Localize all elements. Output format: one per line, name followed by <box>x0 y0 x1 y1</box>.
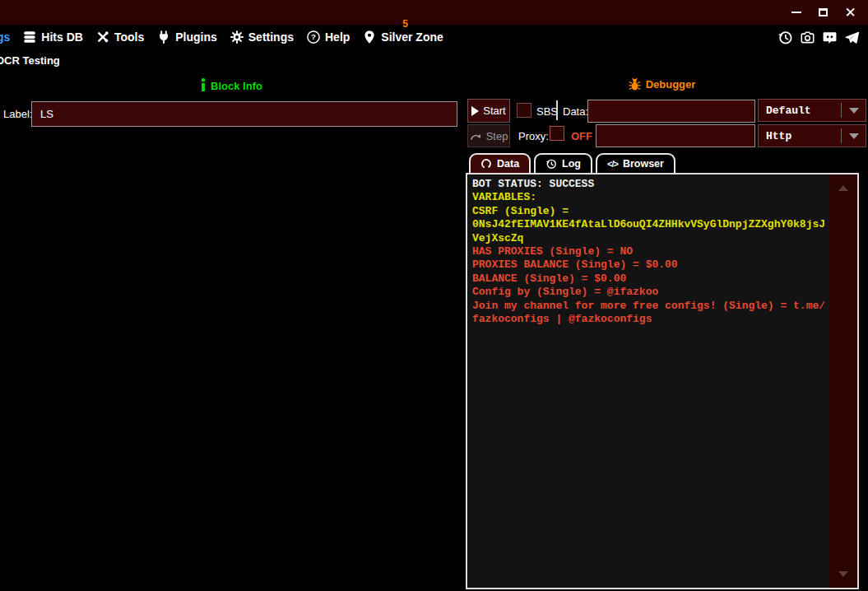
wordlist-type-dropdown[interactable]: Default <box>758 99 866 122</box>
proxy-checkbox[interactable] <box>550 126 564 141</box>
console-line: VARIABLES: <box>472 191 824 204</box>
maximize-button[interactable] <box>810 0 837 25</box>
divider <box>556 100 558 120</box>
menu-item-plugins[interactable]: Plugins <box>156 30 217 44</box>
console-line: HAS PROXIES (Single) = NO <box>472 245 824 258</box>
window-controls: ✕ <box>782 0 864 25</box>
scroll-down-icon[interactable] <box>838 571 848 577</box>
power-circle-icon <box>480 158 492 170</box>
view-tabs: Data Log </> Browser <box>469 153 675 173</box>
menu-item-label: Hits DB <box>41 30 83 44</box>
tab-label: Browser <box>623 158 664 170</box>
debugger-console: BOT STATUS: SUCCESSVARIABLES:CSRF (Singl… <box>466 173 859 589</box>
telegram-icon[interactable] <box>844 30 860 45</box>
block-info-title-label: Block Info <box>211 80 262 92</box>
chevron-down-icon <box>849 108 859 114</box>
debugger-title-label: Debugger <box>646 78 696 91</box>
sbs-checkbox[interactable] <box>517 103 531 118</box>
label-input[interactable] <box>31 101 457 127</box>
tab-data[interactable]: Data <box>469 153 531 173</box>
dropdown-arrow-box <box>842 108 866 114</box>
console-output: BOT STATUS: SUCCESSVARIABLES:CSRF (Singl… <box>472 178 824 584</box>
proxy-type-dropdown[interactable]: Http <box>758 124 866 147</box>
menu-item-label: Tools <box>114 30 144 44</box>
titlebar: ✕ <box>0 0 868 25</box>
step-arrow-icon <box>470 131 482 142</box>
menu-item-label: gs <box>0 30 10 44</box>
console-line: PROXIES BALANCE (Single) = $0.00 <box>472 258 824 272</box>
tab-label: Log <box>562 158 581 170</box>
start-button[interactable]: Start <box>467 99 510 123</box>
history-clock-icon[interactable] <box>777 30 793 45</box>
menu-item-settings[interactable]: Settings <box>230 30 294 44</box>
menu-item-label: Silver Zone <box>381 30 443 44</box>
menu-item-label: Plugins <box>175 30 217 44</box>
console-line: Join my channel for more free configs! (… <box>472 300 824 313</box>
data-label: Data: <box>563 105 588 118</box>
svg-text:?: ? <box>311 32 316 41</box>
plug-icon <box>156 30 171 44</box>
database-icon <box>22 30 37 44</box>
proxy-label: Proxy: <box>518 130 549 142</box>
console-line: BALANCE (Single) = $0.00 <box>472 272 824 286</box>
close-button[interactable]: ✕ <box>837 0 864 25</box>
minimize-button[interactable] <box>782 0 810 25</box>
label-caption: Label: <box>3 108 32 120</box>
console-line: 0NsJ42fEIMAV1KE4fAtaLlD6ouQI4ZHHkvVSyGlD… <box>472 218 824 231</box>
console-line: fazkoconfigs | @fazkoconfigs <box>472 313 824 326</box>
play-icon <box>471 106 479 116</box>
data-input[interactable] <box>587 100 755 123</box>
menu-item-help[interactable]: ? Help <box>306 30 350 44</box>
minimize-icon <box>791 12 801 13</box>
menu-item-label: Help <box>325 30 350 44</box>
debugger-title: Debugger <box>465 77 858 91</box>
tab-log[interactable]: Log <box>534 153 592 173</box>
tab-browser[interactable]: </> Browser <box>596 153 675 173</box>
console-line: BOT STATUS: SUCCESS <box>472 178 824 191</box>
bug-icon <box>628 77 642 91</box>
close-icon: ✕ <box>844 6 856 20</box>
camera-icon[interactable] <box>800 30 815 45</box>
menu-item-hits-db[interactable]: Hits DB <box>22 30 83 44</box>
menu-item-tools[interactable]: Tools <box>95 30 144 44</box>
dropdown-arrow-box <box>842 133 866 139</box>
scroll-up-icon[interactable] <box>838 185 848 191</box>
menu-item-label: Settings <box>248 30 294 44</box>
menu-item-silver-zone[interactable]: 5 Silver Zone <box>362 30 443 44</box>
code-icon: </> <box>607 159 618 169</box>
silver-zone-badge: 5 <box>402 18 408 30</box>
tools-icon <box>95 30 110 44</box>
tab-ocr-testing[interactable]: OCR Testing <box>0 54 60 67</box>
history-clock-icon <box>545 158 557 170</box>
console-scrollbar[interactable] <box>829 175 857 588</box>
gear-icon <box>230 30 244 44</box>
location-pin-icon <box>362 30 377 44</box>
chevron-down-icon <box>849 133 859 139</box>
menu-items: gs Hits DB Tools Plugins <box>0 30 443 44</box>
wordlist-type-value: Default <box>759 105 841 117</box>
menubar: gs Hits DB Tools Plugins <box>0 25 868 49</box>
menubar-right-icons <box>777 30 860 45</box>
sbs-label: SBS <box>536 105 558 118</box>
maximize-icon <box>819 8 828 16</box>
discord-icon[interactable] <box>822 30 838 45</box>
proxy-off-status: OFF <box>571 130 592 142</box>
console-line: VejXscZq <box>472 232 824 245</box>
tab-label: Data <box>497 158 519 170</box>
proxy-input[interactable] <box>596 124 755 147</box>
console-line: Config by (Single) = @ifazkoo <box>472 286 824 299</box>
menu-item-configs[interactable]: gs <box>0 30 10 44</box>
info-icon <box>200 78 207 91</box>
step-button[interactable]: Step <box>467 124 510 147</box>
block-info-title: Block Info <box>0 78 462 92</box>
start-button-label: Start <box>483 105 505 117</box>
console-line: CSRF (Single) = <box>472 205 824 218</box>
help-circle-icon: ? <box>306 30 321 44</box>
proxy-type-value: Http <box>759 130 841 142</box>
step-button-label: Step <box>486 130 508 142</box>
